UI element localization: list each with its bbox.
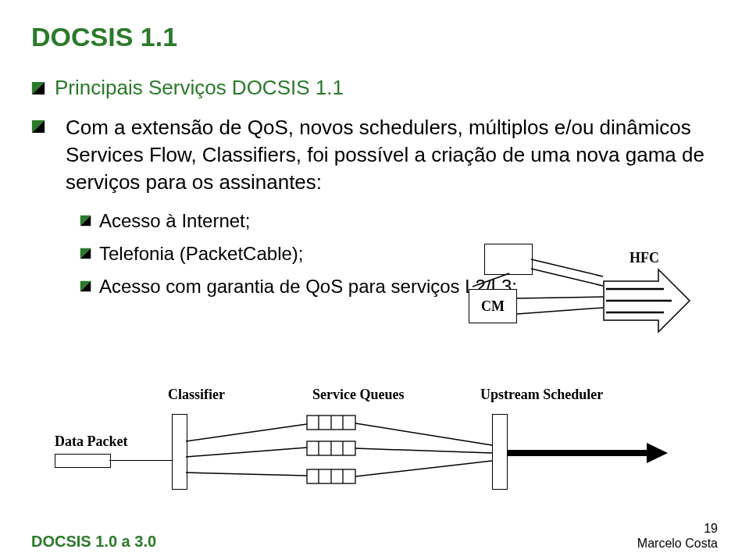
slide: DOCSIS 1.1 Principais Serviços DOCSIS 1.…: [0, 0, 749, 560]
svg-line-8: [186, 424, 307, 441]
service-queues-label: Service Queues: [312, 387, 404, 403]
bullet-principais-text: Principais Serviços DOCSIS 1.1: [55, 76, 344, 100]
output-arrow-icon: [508, 441, 672, 465]
sub-bullet-telefonia-text: Telefonia (PacketCable);: [99, 243, 303, 265]
diagram-packet-flow: Data Packet Classifier Service Queues Up…: [55, 387, 695, 488]
classifier-label: Classifier: [168, 387, 225, 403]
bullet-marker-icon: [80, 215, 91, 226]
diagram-cm-hfc: CM HFC: [406, 242, 703, 367]
sub-bullet-internet-text: Acesso à Internet;: [99, 210, 250, 232]
svg-line-10: [186, 473, 307, 476]
upstream-scheduler-label: Upstream Scheduler: [480, 387, 603, 403]
hfc-arrow-icon: [600, 266, 686, 336]
svg-line-1: [531, 259, 603, 276]
svg-line-4: [517, 308, 603, 314]
footer: DOCSIS 1.0 a 3.0 19 Marcelo Costa: [0, 519, 749, 551]
sub-bullet-internet: Acesso à Internet;: [80, 210, 718, 232]
author-name: Marcelo Costa: [637, 537, 718, 550]
bullet-extensao: Com a extensão de QoS, novos schedulers,…: [31, 114, 718, 196]
bullet-marker-icon: [80, 248, 91, 259]
classifier-to-queues-lines-icon: [186, 410, 311, 496]
svg-line-3: [517, 297, 603, 298]
upstream-scheduler-box-icon: [492, 414, 508, 490]
svg-line-24: [355, 448, 492, 453]
bullet-marker-icon: [80, 280, 91, 292]
queues-to-scheduler-lines-icon: [355, 410, 496, 496]
cm-box: CM: [469, 289, 517, 323]
svg-line-9: [186, 448, 307, 457]
bullet-principais: Principais Serviços DOCSIS 1.1: [31, 76, 718, 100]
bullet-extensao-text: Com a extensão de QoS, novos schedulers,…: [66, 114, 718, 196]
flow-line-icon: [109, 460, 172, 461]
page-number: 19: [637, 521, 718, 536]
bullet-marker-icon: [31, 81, 45, 95]
slide-title: DOCSIS 1.1: [31, 22, 718, 52]
cm-label: CM: [481, 298, 505, 315]
data-packet-label: Data Packet: [55, 433, 127, 450]
svg-line-0: [473, 273, 509, 287]
svg-line-23: [355, 423, 492, 445]
svg-line-25: [355, 461, 492, 476]
footer-right: 19 Marcelo Costa: [637, 521, 718, 551]
svg-line-2: [531, 269, 603, 286]
bullet-marker-icon: [31, 119, 45, 134]
hfc-label: HFC: [630, 250, 659, 266]
data-packet-box-icon: [55, 454, 111, 468]
svg-marker-27: [647, 443, 668, 463]
footer-left: DOCSIS 1.0 a 3.0: [31, 533, 156, 551]
classifier-box-icon: [172, 414, 187, 490]
